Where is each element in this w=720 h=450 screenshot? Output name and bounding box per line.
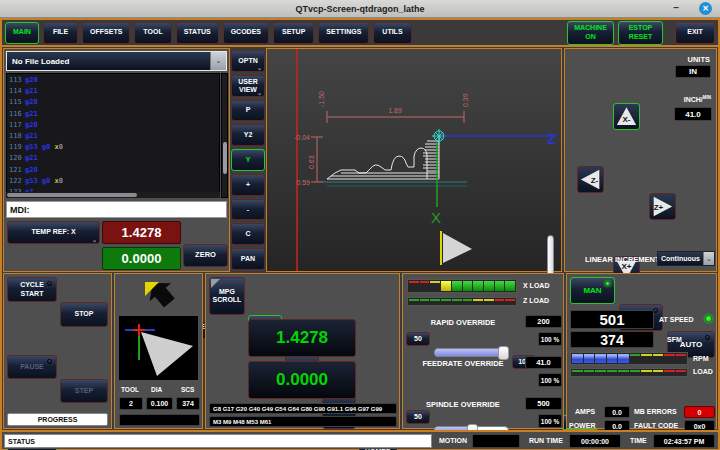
- estop-reset-button[interactable]: ESTOP RESET: [618, 21, 663, 45]
- increment-chevron-icon[interactable]: ⌄: [703, 252, 714, 265]
- dim-width-label: 1.89: [388, 107, 402, 114]
- file-combo-chevron-icon[interactable]: ⌄: [210, 52, 226, 70]
- user-view-button[interactable]: USER VIEW⌄: [231, 75, 265, 97]
- progress-bar: PROGRESS: [7, 413, 108, 426]
- man-mode-button[interactable]: MAN: [570, 277, 615, 304]
- chevron-down-icon: ⌄: [92, 237, 97, 243]
- auto-led: [705, 335, 710, 340]
- units-label: UNITS: [688, 55, 711, 64]
- gcode-line: 120g21: [9, 153, 217, 164]
- amps-value: 0.0: [604, 406, 630, 418]
- cycle-start-button[interactable]: CYCLE START: [7, 277, 57, 302]
- tab-utils[interactable]: UTILS: [373, 22, 411, 44]
- exit-button[interactable]: EXIT: [675, 22, 715, 44]
- spindle-rpm-value: 501: [570, 310, 654, 329]
- qtdragon-lathe-window: QTvcp-Screen-qtdragon_lathe – ✕ MAIN FIL…: [0, 0, 720, 450]
- jog-z-plus-button[interactable]: Z+: [649, 193, 676, 220]
- title-bar: QTvcp-Screen-qtdragon_lathe – ✕: [0, 0, 720, 18]
- dim-height-label: 0.63: [308, 155, 315, 169]
- rapid-override-label: RAPID OVERRIDE: [403, 318, 523, 327]
- tool-header: TOOL: [121, 386, 139, 393]
- gcode-line: 117g20: [9, 120, 217, 131]
- step-button[interactable]: STEP: [60, 379, 108, 403]
- dim-zmin-label: -1.50: [318, 91, 325, 107]
- tab-settings[interactable]: SETTINGS: [318, 22, 369, 44]
- jog-z-minus-button[interactable]: Z-: [577, 166, 604, 193]
- sfm-label: SFM: [667, 336, 682, 343]
- time-value: 02:43:57 PM: [653, 434, 715, 448]
- feed-value: 41.0: [525, 356, 562, 369]
- gcode-list[interactable]: 113g20 114g21 115g20 116g21 117g20 118g2…: [6, 73, 220, 198]
- tab-file[interactable]: FILE: [43, 22, 78, 44]
- active-mcodes: M3 M9 M48 M53 M61: [209, 416, 397, 427]
- pause-button[interactable]: PAUSE: [7, 355, 57, 379]
- feed-override-label: FEEDRATE OVERRIDE: [403, 359, 523, 368]
- temp-ref-x-zero-button[interactable]: ZERO: [183, 244, 228, 267]
- main-frame: MAIN FILE OFFSETS TOOL STATUS GCODES SET…: [0, 18, 720, 450]
- gcode-line: 118g21: [9, 131, 217, 142]
- linear-increment-combo[interactable]: Continuous ⌄: [657, 251, 715, 266]
- mb-errors-label: MB ERRORS: [634, 408, 677, 415]
- tab-main[interactable]: MAIN: [5, 22, 39, 44]
- rapid-slider[interactable]: [434, 348, 509, 357]
- file-panel: No File Loaded ⌄ 113g20 114g21 115g20 11…: [3, 48, 230, 272]
- optn-button[interactable]: OPTN⌄: [231, 50, 265, 72]
- zoom-out-button[interactable]: -: [231, 199, 265, 221]
- status-bar: STATUS MOTION RUN TIME 00:00:00 TIME 02:…: [2, 430, 718, 449]
- dim-xbot-label: 0.59: [296, 179, 310, 186]
- view-y-button[interactable]: Y: [231, 149, 265, 171]
- view-y2-button[interactable]: Y2: [231, 124, 265, 146]
- spindle-pct: 100 %: [538, 414, 562, 428]
- tool-number: 2: [119, 397, 143, 410]
- tab-gcodes[interactable]: GCODES: [223, 22, 269, 44]
- spindle-load-label: LOAD: [693, 368, 713, 375]
- motion-value: [472, 434, 520, 448]
- jog-panel: UNITS IN X- Z- Z+ X+ INCH/MIN: [564, 48, 717, 272]
- machine-on-button[interactable]: MACHINE ON: [567, 21, 614, 45]
- program-panel: CYCLE START STOP PAUSE STEP OPT BLOCK OP…: [3, 273, 112, 429]
- run-time-value: 00:00:00: [569, 434, 621, 448]
- jog-rate-value: 41.0: [674, 107, 712, 121]
- jog-x-minus-button[interactable]: X-: [613, 103, 640, 130]
- time-label: TIME: [630, 437, 647, 444]
- tab-status[interactable]: STATUS: [176, 22, 219, 44]
- temp-ref-x-button[interactable]: TEMP REF: X⌄: [7, 221, 100, 244]
- amps-label: AMPS: [575, 408, 595, 415]
- spindle-load-bar: [570, 368, 688, 377]
- stop-button[interactable]: STOP: [60, 302, 108, 327]
- temp-ref-z-value: 0.0000: [102, 247, 181, 270]
- zoom-in-button[interactable]: +: [231, 174, 265, 196]
- rapid-pct: 100 %: [538, 332, 562, 346]
- mpg-scroll-button[interactable]: MPG SCROLL: [209, 277, 245, 315]
- motion-label: MOTION: [439, 437, 467, 444]
- tab-setup[interactable]: SETUP: [273, 22, 314, 44]
- tool-panel: TOOL DIA SCS 2 0.100 374: [114, 273, 203, 429]
- view-p-button[interactable]: P: [231, 100, 265, 122]
- spindle-override-label: SPINDLE OVERRIDE: [403, 400, 523, 409]
- rapid-slider-handle[interactable]: [498, 346, 509, 360]
- x-axis-label: X: [431, 209, 441, 226]
- clear-button[interactable]: C: [231, 223, 265, 245]
- gremlin-preview[interactable]: 1.89 -1.50 0.39 -0.04 0.63 0.59: [266, 48, 562, 272]
- close-icon[interactable]: ✕: [699, 2, 712, 15]
- pan-button[interactable]: PAN: [231, 248, 265, 270]
- tab-tool[interactable]: TOOL: [134, 22, 171, 44]
- cycle-start-led: [47, 281, 52, 286]
- rapid-min-button[interactable]: 50: [406, 332, 430, 346]
- tool-diameter: 0.100: [146, 397, 173, 410]
- gcode-line: 116g21: [9, 109, 217, 120]
- feed-min-button[interactable]: 50: [406, 410, 430, 424]
- gcode-line: 122g53 g0 x0: [9, 176, 217, 187]
- dim-xtop-label: -0.04: [294, 134, 310, 141]
- file-combo[interactable]: No File Loaded ⌄: [6, 51, 227, 71]
- rpm-label: RPM: [693, 355, 709, 362]
- minimize-icon[interactable]: –: [670, 3, 682, 15]
- tab-offsets[interactable]: OFFSETS: [82, 22, 130, 44]
- gcode-hscrollbar[interactable]: [6, 192, 220, 198]
- temp-ref-x-value: 1.4278: [102, 221, 181, 244]
- chevron-down-icon: ⌄: [257, 90, 262, 96]
- mdi-input[interactable]: MDI:: [6, 201, 227, 218]
- power-label: POWER: [569, 422, 595, 429]
- gcode-vscrollbar[interactable]: [221, 73, 228, 198]
- override-panel: X LOAD Z LOAD RAPID OVERRIDE 200 50 100 …: [402, 273, 564, 429]
